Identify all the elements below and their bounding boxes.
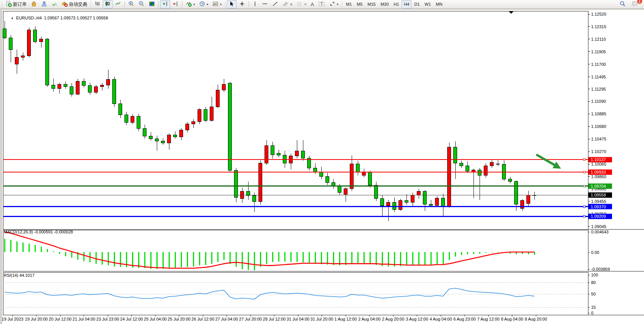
svg-text:1.11090: 1.11090 (591, 99, 606, 104)
timeframe-d1[interactable]: D1 (412, 0, 422, 8)
svg-text:1.10885: 1.10885 (591, 112, 606, 116)
svg-text:80: 80 (591, 280, 596, 285)
svg-text:8 Aug 20:00: 8 Aug 20:00 (525, 317, 547, 321)
toolbar-drag-handle[interactable] (341, 1, 343, 7)
toolbar-drag-handle[interactable] (90, 1, 91, 7)
chat-button[interactable]: 1 (630, 0, 640, 8)
svg-text:4 Aug 04:00: 4 Aug 04:00 (430, 317, 452, 321)
svg-text:1.11495: 1.11495 (591, 75, 606, 79)
text-button[interactable]: A (309, 0, 316, 8)
arrows-tool-button[interactable]: ▾ (327, 0, 340, 8)
auto-trading-label: 自动交易 (69, 1, 87, 8)
svg-text:1.09209: 1.09209 (591, 214, 606, 219)
svg-text:1.10680: 1.10680 (591, 124, 606, 129)
svg-text:1.10137: 1.10137 (591, 157, 606, 162)
line-chart-button[interactable] (113, 0, 123, 8)
svg-text:1.11295: 1.11295 (591, 87, 606, 91)
candlestick-button[interactable] (103, 0, 113, 8)
toolbar: 新订单 自动交易 (0, 0, 644, 9)
zoom-in-button[interactable] (126, 0, 136, 8)
toolbar-drag-handle[interactable] (225, 1, 226, 7)
svg-text:1.11905: 1.11905 (591, 49, 606, 54)
toolbar-separator (249, 1, 249, 7)
market-button[interactable] (29, 0, 39, 8)
indicators-button[interactable]: ▾ (184, 0, 197, 8)
svg-text:21 Jul 04:00: 21 Jul 04:00 (73, 317, 96, 321)
auto-trading-button[interactable]: 自动交易 (60, 0, 89, 8)
person-icon (41, 1, 47, 8)
market-bag-icon (31, 1, 37, 8)
horizontal-line-button[interactable] (260, 0, 270, 8)
fibonacci-button[interactable]: F (295, 0, 308, 8)
text-icon: A (311, 2, 314, 7)
zoom-out-button[interactable] (137, 0, 147, 8)
svg-text:25 Jul 04:00: 25 Jul 04:00 (144, 317, 167, 321)
cursor-button[interactable] (227, 0, 237, 8)
svg-text:15: 15 (591, 305, 596, 310)
svg-text:27 Jul 20:00: 27 Jul 20:00 (239, 317, 262, 321)
svg-text:20 Jul 12:00: 20 Jul 12:00 (49, 317, 72, 321)
search-icon (620, 1, 626, 8)
equidistant-channel-button[interactable]: E (281, 0, 294, 8)
auto-scroll-button[interactable] (171, 0, 180, 8)
zoom-out-icon (139, 1, 145, 8)
svg-text:1.12110: 1.12110 (591, 37, 606, 41)
search-button[interactable] (618, 0, 628, 8)
chart-shift-icon (162, 1, 168, 8)
svg-text:T: T (320, 2, 323, 6)
toolbar-drag-handle[interactable] (2, 1, 3, 7)
svg-text:100: 100 (591, 273, 598, 277)
svg-text:3 Aug 12:00: 3 Aug 12:00 (406, 317, 428, 321)
horizontal-line-icon (262, 1, 268, 8)
new-order-button[interactable]: 新订单 (4, 0, 29, 8)
timeframe-h1[interactable]: H1 (391, 0, 401, 8)
toolbar-separator (182, 1, 182, 7)
chart-area[interactable]: 1.125201.123151.121101.119051.117001.114… (0, 9, 644, 324)
channel-tag: E (290, 3, 292, 6)
svg-text:1.09933: 1.09933 (591, 170, 606, 174)
svg-text:1.09860: 1.09860 (591, 174, 606, 179)
timeframe-h4[interactable]: H4 (402, 0, 411, 8)
new-order-label: 新订单 (13, 1, 27, 8)
timeframe-w1[interactable]: W1 (422, 0, 434, 8)
notification-badge: 1 (637, 0, 642, 4)
text-label-button[interactable]: T (316, 0, 327, 8)
templates-button[interactable]: ▾ (210, 0, 223, 8)
svg-text:1.09045: 1.09045 (591, 224, 606, 229)
timeframe-mn[interactable]: MN (434, 0, 445, 8)
signals-button[interactable] (49, 0, 59, 8)
timeframe-m15[interactable]: M15 (365, 0, 378, 8)
template-chart-icon (212, 1, 218, 8)
svg-text:0.004643: 0.004643 (591, 230, 609, 234)
svg-text:1.09558: 1.09558 (591, 193, 606, 197)
svg-text:25 Jul 20:00: 25 Jul 20:00 (168, 317, 191, 321)
community-button[interactable] (39, 0, 49, 8)
tile-windows-button[interactable] (147, 0, 157, 8)
svg-text:2 Aug 20:00: 2 Aug 20:00 (382, 317, 405, 321)
svg-text:6 Aug 23:00: 6 Aug 23:00 (453, 317, 476, 321)
zoom-in-icon (128, 1, 134, 8)
trendline-button[interactable] (270, 0, 280, 8)
svg-text:26 Jul 12:00: 26 Jul 12:00 (191, 317, 214, 321)
arrows-icon (329, 1, 335, 8)
dropdown-arrow-icon: ▾ (220, 3, 222, 6)
svg-text:1.11700: 1.11700 (591, 62, 606, 67)
svg-text:8 Aug 04:00: 8 Aug 04:00 (501, 317, 523, 321)
text-label-icon: T (318, 1, 325, 8)
timeframe-m1[interactable]: M1 (344, 0, 354, 8)
svg-text:27 Jul 04:00: 27 Jul 04:00 (215, 317, 238, 321)
bar-chart-button[interactable] (92, 0, 102, 8)
svg-text:28 Jul 12:00: 28 Jul 12:00 (263, 317, 286, 321)
timeframe-m30[interactable]: M30 (378, 0, 391, 8)
toolbar-separator (158, 1, 159, 7)
periods-button[interactable]: ▾ (197, 0, 210, 8)
ohlc-bars-icon (94, 1, 100, 8)
cursor-arrow-icon (229, 1, 235, 8)
timeframe-m5[interactable]: M5 (354, 0, 365, 8)
vertical-line-icon (252, 1, 258, 8)
svg-text:23 Jul 23:00: 23 Jul 23:00 (96, 317, 119, 321)
chart-shift-button[interactable] (160, 0, 170, 8)
vertical-line-button[interactable] (250, 0, 260, 8)
crosshair-button[interactable] (237, 0, 247, 8)
crosshair-icon (239, 1, 245, 8)
